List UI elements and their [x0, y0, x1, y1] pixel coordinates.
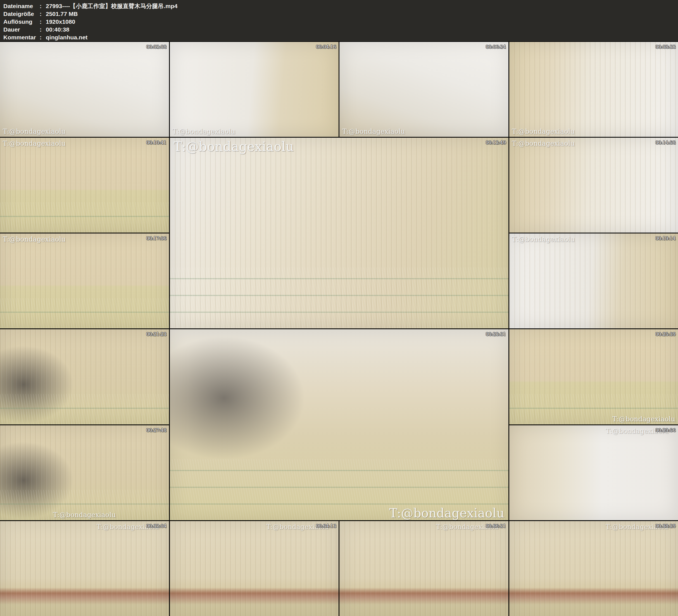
watermark-text: T:@bondagexiaolu [389, 506, 504, 520]
watermark-text: T:@bondagexiaolu [612, 415, 675, 423]
video-thumbnail[interactable]: T:@bondagexiaolu 00:25:39 [509, 329, 678, 424]
video-thumbnail[interactable]: T:@bondagexiaolu 00:32:04 [0, 521, 169, 616]
timestamp-overlay: 00:23:31 [486, 331, 505, 337]
timestamp-overlay: 00:06:24 [486, 44, 505, 49]
meta-separator: : [40, 34, 46, 41]
resolution-value: 1920x1080 [46, 18, 75, 26]
duration-value: 00:40:38 [46, 26, 69, 34]
video-thumbnail[interactable]: T:@bondagexiaolu 00:10:41 [0, 138, 169, 233]
meta-label: Kommentar [3, 34, 40, 41]
thumbnail-grid: T:@bondagexiaolu 00:02:08 T:@bondagexiao… [0, 42, 678, 616]
timestamp-overlay: 00:19:14 [655, 235, 676, 241]
timestamp-overlay: 00:04:16 [316, 44, 336, 49]
video-thumbnail[interactable]: T:@bondagexiaolu 00:29:56 [509, 425, 678, 520]
filename-value: 27993----【小鹿工作室】校服直臂木马分腿吊.mp4 [46, 2, 177, 10]
meta-row-filesize: Dateigröße:2501.77 MB [3, 10, 678, 18]
video-thumbnail[interactable]: T:@bondagexiaolu 00:14:58 [509, 138, 678, 233]
timestamp-overlay: 00:17:06 [146, 235, 166, 241]
video-thumbnail[interactable]: T:@bondagexiaolu 00:19:14 [509, 233, 678, 329]
timestamp-overlay: 00:34:13 [316, 523, 336, 529]
timestamp-overlay: 00:10:41 [146, 140, 166, 145]
watermark-text: T:@bondagexiaolu [3, 140, 66, 147]
video-thumbnail[interactable]: T:@bondagexiaolu 00:34:13 [170, 521, 339, 616]
timestamp-overlay: 00:08:33 [655, 44, 676, 49]
meta-label: Dauer [3, 26, 40, 34]
timestamp-overlay: 00:14:58 [655, 140, 676, 145]
timestamp-overlay: 00:36:21 [486, 523, 505, 529]
comment-value: qinglanhua.net [46, 34, 87, 41]
meta-separator: : [40, 10, 46, 18]
timestamp-overlay: 00:27:48 [146, 427, 166, 433]
video-thumbnail[interactable]: T:@bondagexiaolu 00:04:16 [170, 42, 339, 137]
watermark-text: T:@bondagexiaolu [3, 128, 66, 136]
video-thumbnail[interactable]: T:@bondagexiaolu 00:38:29 [509, 521, 678, 616]
video-thumbnail-large[interactable]: T:@bondagexiaolu 00:12:49 [170, 138, 509, 329]
file-metadata-header: Dateiname:27993----【小鹿工作室】校服直臂木马分腿吊.mp4 … [0, 0, 678, 41]
contact-sheet: Dateiname:27993----【小鹿工作室】校服直臂木马分腿吊.mp4 … [0, 0, 678, 616]
meta-label: Dateiname [3, 2, 40, 10]
watermark-text: T:@bondagexiaolu [53, 511, 116, 519]
watermark-text: T:@bondagexiaolu [3, 235, 66, 243]
video-thumbnail[interactable]: T:@bondagexiaolu 00:27:48 [0, 425, 169, 520]
meta-separator: : [40, 18, 46, 26]
timestamp-overlay: 00:29:56 [655, 427, 676, 433]
video-thumbnail[interactable]: T:@bondagexiaolu 00:08:33 [509, 42, 678, 137]
timestamp-overlay: 00:25:39 [655, 331, 676, 337]
meta-label: Auflösung [3, 18, 40, 26]
timestamp-overlay: 00:02:08 [146, 44, 166, 49]
watermark-text: T:@bondagexiaolu [512, 140, 575, 147]
meta-label: Dateigröße [3, 10, 40, 18]
meta-row-resolution: Auflösung:1920x1080 [3, 18, 678, 26]
meta-row-comment: Kommentar:qinglanhua.net [3, 34, 678, 41]
meta-separator: : [40, 26, 46, 34]
timestamp-overlay: 00:38:29 [655, 523, 676, 529]
video-thumbnail[interactable]: T:@bondagexiaolu 00:02:08 [0, 42, 169, 137]
video-thumbnail[interactable]: T:@bondagexiaolu 00:36:21 [339, 521, 509, 616]
video-thumbnail[interactable]: T:@bondagexiaolu 00:06:24 [339, 42, 509, 137]
timestamp-overlay: 00:32:04 [146, 523, 166, 529]
timestamp-overlay: 00:21:23 [146, 331, 166, 337]
watermark-text: T:@bondagexiaolu [173, 128, 235, 136]
watermark-text: T:@bondagexiaolu [342, 128, 405, 136]
watermark-text: T:@bondagexiaolu [512, 235, 575, 243]
video-thumbnail-large[interactable]: T:@bondagexiaolu 00:23:31 [170, 329, 509, 520]
meta-row-duration: Dauer:00:40:38 [3, 26, 678, 34]
video-thumbnail[interactable]: T:@bondagexiaolu 00:17:06 [0, 233, 169, 329]
watermark-text: T:@bondagexiaolu [512, 128, 575, 136]
timestamp-overlay: 00:12:49 [486, 140, 505, 145]
video-thumbnail[interactable]: 00:21:23 [0, 329, 169, 424]
watermark-text: T:@bondagexiaolu [174, 139, 294, 154]
meta-row-filename: Dateiname:27993----【小鹿工作室】校服直臂木马分腿吊.mp4 [3, 2, 678, 10]
filesize-value: 2501.77 MB [46, 10, 78, 18]
meta-separator: : [40, 2, 46, 10]
